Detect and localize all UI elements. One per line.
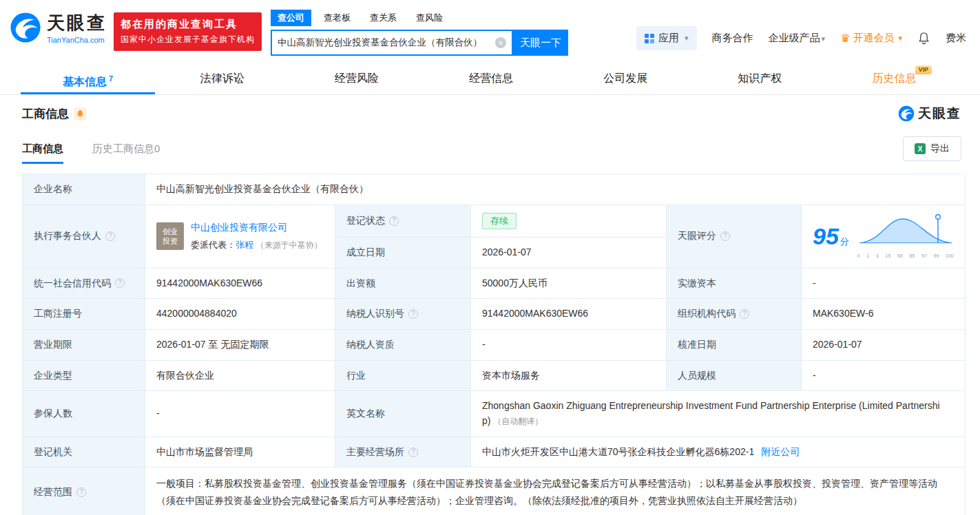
credit-code-value: 91442000MAK630EW66	[145, 269, 335, 299]
capital-value: 50000万人民币	[471, 269, 667, 299]
export-button[interactable]: 导出	[903, 136, 961, 161]
registration-status-value: 存续	[471, 205, 667, 238]
menu-user[interactable]: 费米	[946, 32, 966, 45]
executive-partner-value: 创业 投资 中山创业投资有限公司 委派代表：张程 （来源于中基协）	[145, 205, 335, 269]
tianyan-score-value: 95分 0131550859799100	[802, 205, 966, 269]
tab-company-development[interactable]: 公司发展	[559, 63, 693, 94]
main-nav-tabs: 基本信息7 法律诉讼 经营风险 经营信息 公司发展 知识产权 历史信息VIP	[0, 63, 980, 95]
tianyancha-logo[interactable]: 天眼查 TianYanCha.com	[10, 11, 107, 44]
company-name-label: 企业名称	[23, 174, 145, 205]
section-title: 工商信息	[22, 106, 69, 122]
help-icon[interactable]	[389, 216, 399, 226]
taxpayer-quality-label: 纳税人资质	[335, 330, 471, 361]
caret-down-icon: ▾	[822, 34, 826, 43]
subtab-history-business-info[interactable]: 历史工商信息0	[92, 143, 160, 164]
executive-partner-label: 执行事务合伙人	[23, 205, 145, 269]
paid-capital-value: -	[802, 269, 966, 299]
insured-count-label: 参保人数	[23, 391, 145, 437]
business-term-value: 2026-01-07 至 无固定期限	[145, 330, 335, 361]
credit-code-label: 统一社会信用代码	[23, 269, 145, 299]
partner-company-logo[interactable]: 创业 投资	[156, 222, 184, 250]
enterprise-products-label: 企业级产品	[769, 32, 820, 43]
clear-search-icon[interactable]	[495, 37, 506, 48]
search-tab-relation[interactable]: 查关系	[363, 10, 404, 26]
search-tab-boss[interactable]: 查老板	[317, 10, 357, 26]
menu-open-vip[interactable]: ♛ 开通会员 ▾	[840, 32, 902, 45]
apps-menu-button[interactable]: 应用 ▾	[636, 26, 697, 50]
sub-tabs: 工商信息 历史工商信息0 导出	[22, 136, 961, 164]
help-icon[interactable]	[740, 309, 749, 319]
insured-count-value: -	[145, 391, 335, 437]
subtab-business-info[interactable]: 工商信息	[22, 143, 63, 164]
search-tab-company[interactable]: 查公司	[271, 10, 311, 26]
apps-menu-label: 应用	[658, 32, 679, 45]
business-info-table: 企业名称 中山高新智光创业投资基金合伙企业（有限合伙） 执行事务合伙人 创业 投…	[22, 174, 961, 515]
registration-number-label: 工商注册号	[23, 299, 145, 330]
auto-translate-note: （自动翻译）	[493, 417, 543, 426]
tab-operating-risk[interactable]: 经营风险	[289, 63, 424, 94]
promo-line1: 都在用的商业查询工具	[121, 18, 255, 31]
staff-size-label: 人员规模	[667, 361, 802, 392]
caret-down-icon: ▾	[898, 34, 902, 43]
search-box	[271, 30, 513, 56]
top-header: 天眼查 TianYanCha.com 都在用的商业查询工具 国家中小企业发展子基…	[0, 0, 980, 63]
partner-company-link[interactable]: 中山创业投资有限公司	[191, 220, 322, 235]
basic-info-count-badge: 7	[109, 74, 113, 83]
notification-bell-icon[interactable]	[917, 32, 930, 45]
taxpayer-id-value: 91442000MAK630EW66	[471, 299, 667, 330]
tab-history-info[interactable]: 历史信息VIP	[827, 63, 961, 94]
top-menu: 应用 ▾ 商务合作 企业级产品▾ ♛ 开通会员 ▾ 费米	[636, 26, 966, 50]
menu-enterprise-products[interactable]: 企业级产品▾	[769, 32, 826, 45]
industry-value: 资本市场服务	[471, 361, 667, 392]
subscribe-bell-icon[interactable]	[74, 107, 87, 120]
industry-label: 行业	[335, 361, 471, 392]
search-area: 查公司 查老板 查关系 查风险 天眼一下	[271, 10, 568, 56]
apps-grid-icon	[645, 34, 654, 43]
tab-operating-info[interactable]: 经营信息	[424, 63, 558, 94]
business-address-label: 主要经营场所	[335, 437, 471, 468]
tab-legal-litigation[interactable]: 法律诉讼	[155, 63, 289, 94]
tab-basic-info[interactable]: 基本信息7	[21, 63, 155, 94]
rep-source: （来源于中基协）	[256, 240, 322, 250]
caret-down-icon: ▾	[685, 34, 689, 43]
status-badge: 存续	[482, 213, 517, 229]
search-tab-risk[interactable]: 查风险	[409, 10, 450, 26]
menu-business-cooperation[interactable]: 商务合作	[712, 32, 753, 45]
business-scope-value: 一般项目：私募股权投资基金管理、创业投资基金管理服务（须在中国证券投资基金业协会…	[145, 467, 966, 515]
help-icon[interactable]	[720, 231, 730, 241]
capital-label: 出资额	[335, 269, 471, 299]
brand-name: 天眼查	[47, 11, 107, 35]
tianyancha-logo-icon	[10, 12, 41, 43]
establish-date-value: 2026-01-07	[471, 238, 667, 269]
search-input[interactable]	[272, 38, 495, 48]
vip-badge: VIP	[915, 65, 932, 74]
approval-date-label: 核准日期	[667, 330, 802, 361]
score-axis-labels: 0131550859799100	[857, 253, 954, 260]
excel-icon	[915, 143, 926, 154]
rep-name-link[interactable]: 张程	[236, 240, 253, 250]
score-unit: 分	[840, 236, 849, 246]
paid-capital-label: 实缴资本	[667, 269, 802, 299]
tab-intellectual-property[interactable]: 知识产权	[693, 63, 827, 94]
help-icon[interactable]	[105, 231, 115, 241]
search-button[interactable]: 天眼一下	[513, 30, 568, 56]
export-label: 导出	[930, 143, 950, 155]
registration-status-label: 登记状态	[335, 205, 471, 238]
business-address-value: 中山市火炬开发区中山港大道70号张企科技企业孵化器6栋202-1 附近公司	[471, 437, 966, 468]
english-name-label: 英文名称	[335, 391, 471, 437]
help-icon[interactable]	[408, 448, 418, 457]
crown-icon: ♛	[840, 33, 850, 44]
taxpayer-quality-value: -	[471, 330, 667, 361]
brand-domain: TianYanCha.com	[47, 36, 107, 44]
help-icon[interactable]	[408, 309, 418, 319]
nearby-companies-link[interactable]: 附近公司	[761, 445, 800, 460]
help-icon[interactable]	[76, 487, 86, 497]
registration-authority-value: 中山市市场监督管理局	[145, 437, 335, 468]
main-content: 工商信息 天眼查 工商信息 历史工商信息0 导出 企业名称 中山高新智光创业投资…	[0, 105, 980, 515]
help-icon[interactable]	[115, 278, 125, 288]
registration-authority-label: 登记机关	[23, 437, 145, 468]
open-vip-label: 开通会员	[853, 32, 894, 45]
staff-size-value: -	[802, 361, 966, 392]
english-name-value: Zhongshan Gaoxin Zhiguang Entrepreneursh…	[471, 391, 966, 437]
company-type-label: 企业类型	[23, 361, 145, 392]
